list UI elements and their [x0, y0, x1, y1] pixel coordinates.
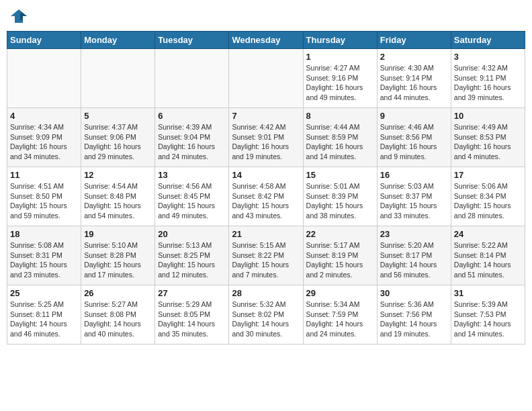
day-number: 25	[10, 288, 78, 298]
day-cell: 28Sunrise: 5:32 AMSunset: 8:02 PMDayligh…	[229, 285, 303, 345]
day-cell: 12Sunrise: 4:54 AMSunset: 8:48 PMDayligh…	[81, 167, 155, 226]
day-number: 20	[158, 229, 226, 239]
day-cell: 15Sunrise: 5:01 AMSunset: 8:39 PMDayligh…	[303, 167, 377, 226]
day-number: 6	[158, 111, 226, 121]
day-detail: Sunrise: 5:34 AMSunset: 7:59 PMDaylight:…	[306, 300, 374, 339]
day-cell: 6Sunrise: 4:39 AMSunset: 9:04 PMDaylight…	[155, 108, 229, 167]
day-cell: 25Sunrise: 5:25 AMSunset: 8:11 PMDayligh…	[7, 285, 81, 345]
day-cell: 11Sunrise: 4:51 AMSunset: 8:50 PMDayligh…	[7, 167, 81, 226]
day-number: 24	[454, 229, 522, 239]
day-detail: Sunrise: 4:30 AMSunset: 9:14 PMDaylight:…	[380, 63, 448, 103]
day-detail: Sunrise: 5:15 AMSunset: 8:22 PMDaylight:…	[232, 240, 300, 280]
day-number: 22	[306, 229, 374, 239]
day-cell: 16Sunrise: 5:03 AMSunset: 8:37 PMDayligh…	[377, 167, 451, 226]
day-number: 10	[454, 111, 522, 121]
day-number: 16	[380, 170, 448, 180]
day-cell: 21Sunrise: 5:15 AMSunset: 8:22 PMDayligh…	[229, 226, 303, 285]
day-detail: Sunrise: 5:22 AMSunset: 8:14 PMDaylight:…	[454, 240, 522, 280]
day-cell	[229, 49, 303, 108]
day-number: 23	[380, 229, 448, 239]
day-cell: 26Sunrise: 5:27 AMSunset: 8:08 PMDayligh…	[81, 285, 155, 345]
day-cell: 5Sunrise: 4:37 AMSunset: 9:06 PMDaylight…	[81, 108, 155, 167]
day-cell	[7, 49, 81, 108]
day-cell	[81, 49, 155, 108]
day-number: 27	[158, 288, 226, 298]
day-number: 14	[232, 170, 300, 180]
week-row-4: 18Sunrise: 5:08 AMSunset: 8:31 PMDayligh…	[7, 226, 525, 285]
day-cell: 9Sunrise: 4:46 AMSunset: 8:56 PMDaylight…	[377, 108, 451, 167]
day-cell: 13Sunrise: 4:56 AMSunset: 8:45 PMDayligh…	[155, 167, 229, 226]
day-number: 8	[306, 111, 374, 121]
day-number: 7	[232, 111, 300, 121]
day-detail: Sunrise: 5:32 AMSunset: 8:02 PMDaylight:…	[232, 300, 300, 339]
day-cell: 19Sunrise: 5:10 AMSunset: 8:28 PMDayligh…	[81, 226, 155, 285]
logo-icon	[9, 7, 28, 26]
calendar-table: SundayMondayTuesdayWednesdayThursdayFrid…	[7, 31, 525, 345]
day-detail: Sunrise: 4:27 AMSunset: 9:16 PMDaylight:…	[306, 63, 374, 103]
day-number: 30	[380, 288, 448, 298]
weekday-header-monday: Monday	[81, 32, 155, 49]
day-number: 21	[232, 229, 300, 239]
weekday-header-thursday: Thursday	[303, 32, 377, 49]
day-detail: Sunrise: 4:34 AMSunset: 9:09 PMDaylight:…	[10, 122, 78, 162]
day-detail: Sunrise: 4:51 AMSunset: 8:50 PMDaylight:…	[10, 181, 78, 221]
week-row-2: 4Sunrise: 4:34 AMSunset: 9:09 PMDaylight…	[7, 108, 525, 167]
day-cell: 23Sunrise: 5:20 AMSunset: 8:17 PMDayligh…	[377, 226, 451, 285]
day-cell: 18Sunrise: 5:08 AMSunset: 8:31 PMDayligh…	[7, 226, 81, 285]
day-cell: 10Sunrise: 4:49 AMSunset: 8:53 PMDayligh…	[451, 108, 525, 167]
day-detail: Sunrise: 5:01 AMSunset: 8:39 PMDaylight:…	[306, 181, 374, 221]
day-cell: 20Sunrise: 5:13 AMSunset: 8:25 PMDayligh…	[155, 226, 229, 285]
day-number: 13	[158, 170, 226, 180]
day-detail: Sunrise: 4:44 AMSunset: 8:59 PMDaylight:…	[306, 122, 374, 162]
day-cell: 31Sunrise: 5:39 AMSunset: 7:53 PMDayligh…	[451, 285, 525, 345]
week-row-5: 25Sunrise: 5:25 AMSunset: 8:11 PMDayligh…	[7, 285, 525, 345]
day-number: 12	[84, 170, 152, 180]
week-row-3: 11Sunrise: 4:51 AMSunset: 8:50 PMDayligh…	[7, 167, 525, 226]
day-number: 28	[232, 288, 300, 298]
day-number: 18	[10, 229, 78, 239]
day-detail: Sunrise: 4:54 AMSunset: 8:48 PMDaylight:…	[84, 181, 152, 221]
day-detail: Sunrise: 5:25 AMSunset: 8:11 PMDaylight:…	[10, 300, 78, 339]
day-number: 2	[380, 52, 448, 62]
day-cell: 1Sunrise: 4:27 AMSunset: 9:16 PMDaylight…	[303, 49, 377, 108]
day-detail: Sunrise: 5:10 AMSunset: 8:28 PMDaylight:…	[84, 240, 152, 280]
day-cell	[155, 49, 229, 108]
day-number: 31	[454, 288, 522, 298]
day-detail: Sunrise: 4:39 AMSunset: 9:04 PMDaylight:…	[158, 122, 226, 162]
header-row: SundayMondayTuesdayWednesdayThursdayFrid…	[7, 32, 525, 49]
day-cell: 17Sunrise: 5:06 AMSunset: 8:34 PMDayligh…	[451, 167, 525, 226]
day-detail: Sunrise: 5:03 AMSunset: 8:37 PMDaylight:…	[380, 181, 448, 221]
day-number: 26	[84, 288, 152, 298]
day-detail: Sunrise: 5:39 AMSunset: 7:53 PMDaylight:…	[454, 300, 522, 339]
day-number: 4	[10, 111, 78, 121]
day-detail: Sunrise: 5:27 AMSunset: 8:08 PMDaylight:…	[84, 300, 152, 339]
day-number: 3	[454, 52, 522, 62]
day-number: 19	[84, 229, 152, 239]
day-detail: Sunrise: 5:29 AMSunset: 8:05 PMDaylight:…	[158, 300, 226, 339]
weekday-header-wednesday: Wednesday	[229, 32, 303, 49]
day-detail: Sunrise: 4:37 AMSunset: 9:06 PMDaylight:…	[84, 122, 152, 162]
weekday-header-tuesday: Tuesday	[155, 32, 229, 49]
day-cell: 22Sunrise: 5:17 AMSunset: 8:19 PMDayligh…	[303, 226, 377, 285]
day-detail: Sunrise: 4:32 AMSunset: 9:11 PMDaylight:…	[454, 63, 522, 103]
day-detail: Sunrise: 5:17 AMSunset: 8:19 PMDaylight:…	[306, 240, 374, 280]
week-row-1: 1Sunrise: 4:27 AMSunset: 9:16 PMDaylight…	[7, 49, 525, 108]
day-number: 11	[10, 170, 78, 180]
weekday-header-sunday: Sunday	[7, 32, 81, 49]
day-cell: 30Sunrise: 5:36 AMSunset: 7:56 PMDayligh…	[377, 285, 451, 345]
weekday-header-friday: Friday	[377, 32, 451, 49]
day-detail: Sunrise: 4:46 AMSunset: 8:56 PMDaylight:…	[380, 122, 448, 162]
day-cell: 4Sunrise: 4:34 AMSunset: 9:09 PMDaylight…	[7, 108, 81, 167]
weekday-header-saturday: Saturday	[451, 32, 525, 49]
day-detail: Sunrise: 5:36 AMSunset: 7:56 PMDaylight:…	[380, 300, 448, 339]
day-cell: 8Sunrise: 4:44 AMSunset: 8:59 PMDaylight…	[303, 108, 377, 167]
day-detail: Sunrise: 4:49 AMSunset: 8:53 PMDaylight:…	[454, 122, 522, 162]
day-detail: Sunrise: 5:13 AMSunset: 8:25 PMDaylight:…	[158, 240, 226, 280]
day-number: 29	[306, 288, 374, 298]
day-cell: 27Sunrise: 5:29 AMSunset: 8:05 PMDayligh…	[155, 285, 229, 345]
day-number: 5	[84, 111, 152, 121]
day-cell: 29Sunrise: 5:34 AMSunset: 7:59 PMDayligh…	[303, 285, 377, 345]
day-detail: Sunrise: 5:08 AMSunset: 8:31 PMDaylight:…	[10, 240, 78, 280]
day-detail: Sunrise: 4:56 AMSunset: 8:45 PMDaylight:…	[158, 181, 226, 221]
day-detail: Sunrise: 5:20 AMSunset: 8:17 PMDaylight:…	[380, 240, 448, 280]
